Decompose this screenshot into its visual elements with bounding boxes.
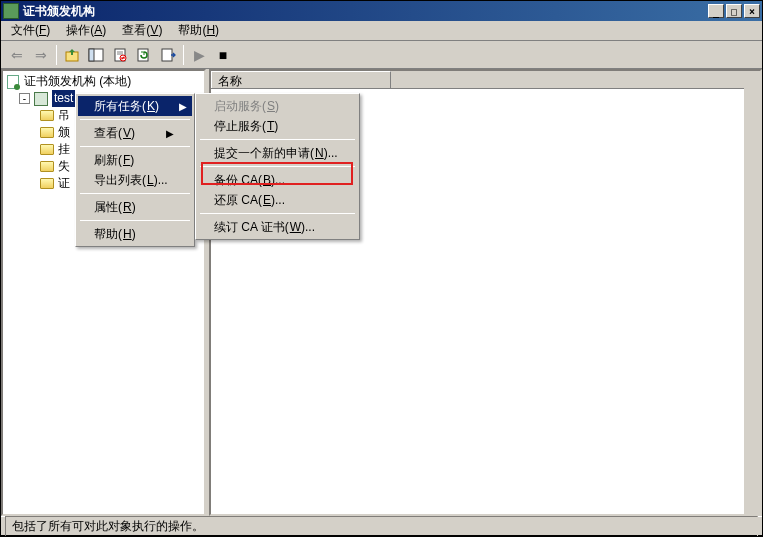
menu-stop-service[interactable]: 停止服务(T) [198, 116, 357, 136]
titlebar: 证书颁发机构 _ □ × [1, 1, 762, 21]
menu-start-service[interactable]: 启动服务(S) [198, 96, 357, 116]
maximize-button[interactable]: □ [726, 4, 742, 18]
tree-child-label: 挂 [58, 141, 70, 158]
menu-submit-new-request[interactable]: 提交一个新的申请(N)... [198, 143, 357, 163]
menu-properties[interactable]: 属性(R) [78, 197, 192, 217]
statusbar: 包括了所有可对此对象执行的操作。 [1, 516, 762, 536]
menu-all-tasks[interactable]: 所有任务(K) ▶ [78, 96, 192, 116]
svg-rect-10 [162, 49, 172, 61]
menu-help[interactable]: 帮助(H) [170, 20, 227, 41]
list-header: 名称 [211, 71, 760, 89]
toolbar-separator [56, 45, 57, 65]
app-icon [3, 3, 19, 19]
minimize-button[interactable]: _ [708, 4, 724, 18]
collapse-icon[interactable]: - [19, 93, 30, 104]
menu-separator [80, 119, 190, 120]
cert-authority-icon [5, 75, 21, 89]
export-button[interactable] [157, 44, 179, 66]
menu-export-list[interactable]: 导出列表(L)... [78, 170, 192, 190]
play-button[interactable]: ▶ [188, 44, 210, 66]
menu-refresh[interactable]: 刷新(F) [78, 150, 192, 170]
svg-rect-2 [89, 49, 94, 61]
menubar: 文件(F) 操作(A) 查看(V) 帮助(H) [1, 21, 762, 41]
show-hide-tree-button[interactable] [85, 44, 107, 66]
menu-action[interactable]: 操作(A) [58, 20, 114, 41]
menu-separator [80, 193, 190, 194]
tree-ca-label: test [52, 90, 75, 107]
tree-child-label: 吊 [58, 107, 70, 124]
menu-separator [200, 213, 355, 214]
context-menu: 所有任务(K) ▶ 查看(V) ▶ 刷新(F) 导出列表(L)... 属性(R)… [75, 93, 195, 247]
tree-child-label: 颁 [58, 124, 70, 141]
folder-icon [39, 177, 55, 191]
menu-separator [80, 220, 190, 221]
folder-icon [39, 143, 55, 157]
menu-separator [200, 139, 355, 140]
forward-button[interactable]: ⇒ [30, 44, 52, 66]
column-header-name[interactable]: 名称 [211, 71, 391, 88]
menu-backup-ca[interactable]: 备份 CA(B)... [198, 170, 357, 190]
tree-child-label: 失 [58, 158, 70, 175]
context-submenu: 启动服务(S) 停止服务(T) 提交一个新的申请(N)... 备份 CA(B).… [195, 93, 360, 240]
stop-button[interactable]: ■ [212, 44, 234, 66]
folder-icon [39, 126, 55, 140]
server-icon [33, 92, 49, 106]
back-button[interactable]: ⇐ [6, 44, 28, 66]
submenu-arrow-icon: ▶ [159, 101, 187, 112]
up-button[interactable] [61, 44, 83, 66]
folder-icon [39, 160, 55, 174]
window-title: 证书颁发机构 [23, 3, 706, 20]
menu-view[interactable]: 查看(V) [114, 20, 170, 41]
folder-icon [39, 109, 55, 123]
toolbar: ⇐ ⇒ ▶ ■ [1, 41, 762, 69]
refresh-button[interactable] [133, 44, 155, 66]
menu-renew-ca-cert[interactable]: 续订 CA 证书(W)... [198, 217, 357, 237]
toolbar-separator [183, 45, 184, 65]
tree-child-label: 证 [58, 175, 70, 192]
vertical-scrollbar[interactable] [744, 71, 760, 514]
properties-button[interactable] [109, 44, 131, 66]
menu-separator [80, 146, 190, 147]
menu-file[interactable]: 文件(F) [3, 20, 58, 41]
status-text: 包括了所有可对此对象执行的操作。 [5, 516, 758, 537]
tree-root-label: 证书颁发机构 (本地) [24, 73, 131, 90]
submenu-arrow-icon: ▶ [146, 128, 174, 139]
tree-root-node[interactable]: 证书颁发机构 (本地) [5, 73, 202, 90]
menu-view[interactable]: 查看(V) ▶ [78, 123, 192, 143]
menu-restore-ca[interactable]: 还原 CA(E)... [198, 190, 357, 210]
window-controls: _ □ × [706, 4, 760, 18]
menu-help[interactable]: 帮助(H) [78, 224, 192, 244]
menu-separator [200, 166, 355, 167]
close-button[interactable]: × [744, 4, 760, 18]
